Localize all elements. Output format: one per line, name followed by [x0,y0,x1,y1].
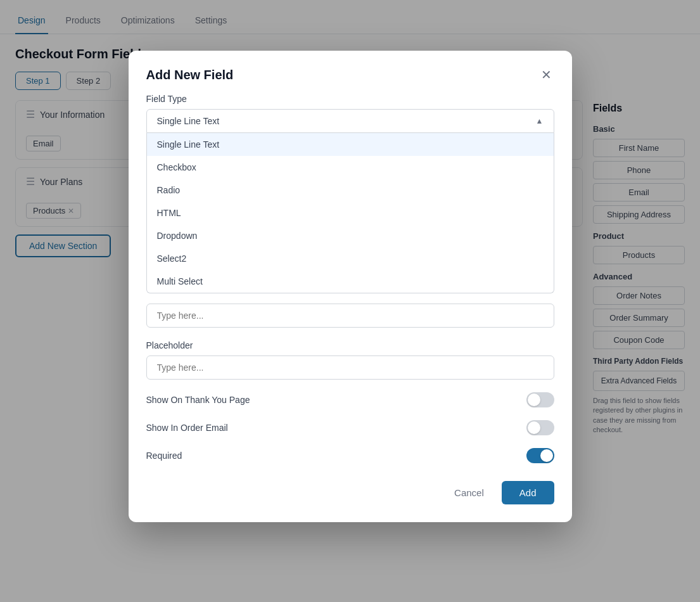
show-order-email-label: Show In Order Email [146,423,228,433]
label-input[interactable] [146,304,554,328]
show-order-email-row: Show In Order Email [146,420,554,435]
toggle-thumb-show-order-email [528,421,540,434]
field-type-dropdown-trigger[interactable]: Single Line Text ▲ [146,109,554,133]
option-multi-select[interactable]: Multi Select [147,270,554,293]
chevron-up-icon: ▲ [536,117,544,125]
field-type-dropdown-container: Single Line Text ▲ Single Line Text Chec… [146,109,554,293]
show-thank-you-label: Show On Thank You Page [146,395,250,405]
required-toggle[interactable] [526,448,554,463]
required-row: Required [146,448,554,463]
page-background: Design Products Optimizations Settings C… [0,0,700,602]
option-single-line-text[interactable]: Single Line Text [147,133,554,156]
option-radio[interactable]: Radio [147,179,554,202]
add-button[interactable]: Add [502,481,554,504]
field-type-label: Field Type [146,94,554,104]
modal-footer: Cancel Add [146,481,554,504]
dropdown-selected-value: Single Line Text [157,116,220,126]
modal-title: Add New Field [146,68,234,82]
modal-overlay: Add New Field ✕ Field Type Single Line T… [0,0,700,602]
show-thank-you-row: Show On Thank You Page [146,392,554,407]
option-select2[interactable]: Select2 [147,247,554,270]
modal-body: Field Type Single Line Text ▲ Single Lin… [129,94,572,522]
option-checkbox[interactable]: Checkbox [147,156,554,179]
cancel-button[interactable]: Cancel [444,481,494,504]
placeholder-label: Placeholder [146,340,554,350]
required-label: Required [146,451,182,461]
option-html[interactable]: HTML [147,202,554,224]
placeholder-section: Placeholder [146,340,554,380]
toggle-thumb-required [540,449,553,462]
modal-close-button[interactable]: ✕ [538,66,554,84]
label-section [146,304,554,328]
placeholder-input[interactable] [146,355,554,380]
add-field-modal: Add New Field ✕ Field Type Single Line T… [129,51,572,522]
option-dropdown[interactable]: Dropdown [147,224,554,247]
show-order-email-toggle[interactable] [526,420,554,435]
modal-header: Add New Field ✕ [129,51,572,94]
field-type-dropdown-list: Single Line Text Checkbox Radio HTML Dro… [146,133,554,293]
show-thank-you-toggle[interactable] [526,392,554,407]
toggle-thumb-show-thank-you [528,394,540,406]
